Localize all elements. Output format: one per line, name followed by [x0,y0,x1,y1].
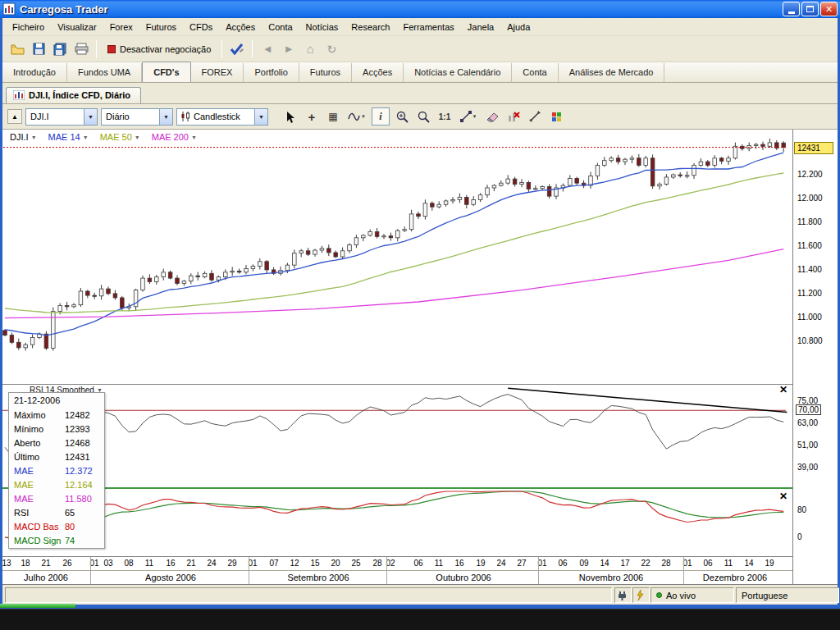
chart-document-tab[interactable]: DJI.I, Índice CFD, Diário [6,87,141,103]
chevron-down-icon: ▼ [83,135,89,140]
language-selector[interactable]: Portuguese [736,587,839,603]
tab-futuros[interactable]: Futuros [299,63,352,82]
rsi-indicator-panel[interactable] [0,384,792,487]
menu-item-conta[interactable]: Conta [262,20,299,34]
chart-settings-button[interactable] [547,107,565,126]
legend-mae200[interactable]: MAE 200▼ [152,132,197,142]
tab-introducao[interactable]: Introdução [2,63,67,82]
grid-icon: ▦ [328,111,337,122]
tab-accoes[interactable]: Acções [352,63,404,82]
rsi-trendline[interactable] [508,388,787,412]
date-axis[interactable]: 1318212601030811162124290107121520252802… [0,556,792,584]
forward-button[interactable]: ► [279,39,299,59]
zoom-tool-button[interactable] [414,107,432,126]
legend-mae50[interactable]: MAE 50▼ [100,132,140,142]
symbol-combobox[interactable]: DJI.I ▼ [25,108,98,126]
chevron-down-icon[interactable]: ▼ [84,109,97,125]
connection-icon [617,590,628,600]
rsi-line [5,395,783,468]
window-border-bottom [0,605,840,609]
trendline-tool-button[interactable]: ▼ [457,107,480,126]
save-button[interactable] [29,39,48,59]
menu-item-accoes[interactable]: Acções [219,20,262,34]
open-button[interactable] [7,39,27,59]
indicator-wave-button[interactable]: ▼ [345,107,368,126]
home-button[interactable]: ⌂ [300,39,320,59]
grid-toggle-button[interactable]: ▦ [324,107,342,126]
chart-document-tab-label: DJI.I, Índice CFD, Diário [29,90,130,100]
menu-item-noticias[interactable]: Notícias [299,20,345,34]
crosshair-icon: + [308,110,316,124]
macd-close-icon[interactable]: ✕ [778,491,789,503]
feed-status-panel [632,587,650,603]
menu-item-cfds[interactable]: CFDs [183,20,219,34]
remove-indicator-button[interactable] [504,107,523,126]
price-axis[interactable]: 1243112.20012.00011.80011.60011.40011.20… [792,130,840,584]
macd-axis-label: 80 [797,505,806,514]
tooltip-row: MACD Bas80 [9,520,104,534]
date-tick: 26 [61,559,74,568]
chevron-down-icon[interactable]: ▼ [254,109,267,125]
tooltip-label: MAE [14,478,65,492]
menu-item-research[interactable]: Research [345,20,396,34]
legend-mae14[interactable]: MAE 14▼ [48,132,89,142]
period-combobox[interactable]: Diário ▼ [101,108,173,126]
refresh-icon: ↻ [326,43,336,56]
disable-trading-button[interactable]: Desactivar negociação [102,39,217,59]
macd-indicator-panel[interactable] [0,487,792,556]
crosshair-tool-button[interactable]: + [303,107,321,126]
menu-item-janela[interactable]: Janela [461,20,500,34]
menu-item-futuros[interactable]: Futuros [139,20,183,34]
confirm-orders-button[interactable] [227,39,247,59]
rsi-axis-label: 39,00 [797,463,818,472]
save-all-button[interactable] [50,39,70,59]
settings-palette-icon [551,112,562,122]
price-axis-label: 11.400 [797,265,822,274]
date-tick: 07 [267,559,281,568]
zoom-1-1-button[interactable]: 1:1 [436,107,454,126]
tooltip-label: RSI [14,506,65,520]
rsi-level-label: 70,00 [796,404,821,415]
menu-item-ferramentas[interactable]: Ferramentas [396,20,460,34]
menu-item-visualizar[interactable]: Visualizar [51,20,103,34]
tab-portfolio[interactable]: Portfolio [244,63,299,82]
pointer-tool-button[interactable] [281,107,299,126]
date-tick: 03 [102,559,115,568]
print-button[interactable] [71,39,91,59]
price-axis-label: 12.200 [797,170,823,179]
collapse-panel-button[interactable]: ▲ [7,109,22,124]
close-button[interactable]: ✕ [820,2,838,16]
eraser-tool-button[interactable] [483,107,501,126]
info-toggle-button[interactable]: i [372,107,390,126]
back-button[interactable]: ◄ [258,39,277,59]
date-tick: 14 [598,559,611,568]
chart-style-combobox[interactable]: Candlestick ▼ [176,108,268,126]
rsi-close-icon[interactable]: ✕ [778,385,789,396]
tab-conta[interactable]: Conta [512,63,558,82]
zoom-in-button[interactable] [393,107,411,126]
tab-noticias-e-calendario[interactable]: Notícias e Calendário [404,63,512,82]
chart-legend: DJI.I▼ MAE 14▼ MAE 50▼ MAE 200▼ [10,132,197,142]
tab-analises-de-mercado[interactable]: Análises de Mercado [559,63,665,82]
date-tick: 22 [639,559,652,568]
refresh-button[interactable]: ↻ [322,39,341,59]
menu-item-forex[interactable]: Forex [103,20,139,34]
minimize-button[interactable] [783,2,800,16]
tab-fundos-uma[interactable]: Fundos UMA [67,63,142,82]
tooltip-value: 12.372 [65,464,93,478]
main-price-chart[interactable] [0,130,792,384]
fit-chart-button[interactable] [526,107,544,126]
legend-symbol[interactable]: DJI.I▼ [10,132,37,142]
tab-cfd-s[interactable]: CFD's [142,62,190,82]
language-label: Portuguese [742,591,788,600]
info-icon: i [379,111,381,123]
menu-item-ficheiro[interactable]: Ficheiro [6,20,51,34]
maximize-button[interactable] [801,2,819,16]
tab-forex[interactable]: FOREX [191,63,244,82]
live-status-panel[interactable]: Ao vivo [651,587,734,603]
ma50-line [5,173,783,313]
chevron-down-icon[interactable]: ▼ [159,109,172,125]
data-tooltip: 21-12-2006Máximo12482Mínimo12393Aberto12… [8,392,105,549]
menu-item-ajuda[interactable]: Ajuda [500,20,536,34]
tooltip-value: 12393 [65,422,90,436]
